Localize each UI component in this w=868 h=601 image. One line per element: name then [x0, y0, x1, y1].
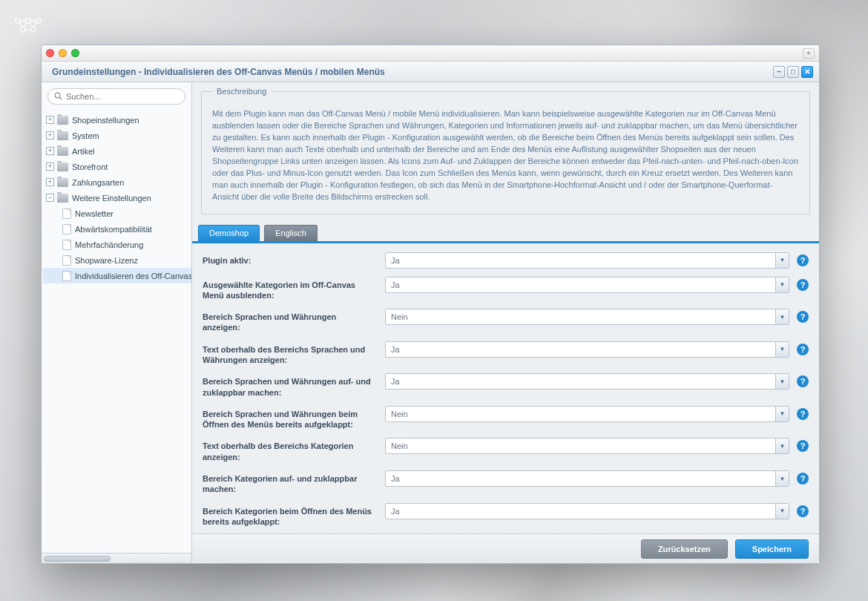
page-icon: [62, 240, 71, 250]
tree-folder-3[interactable]: +Storefront: [43, 159, 191, 174]
form-label: Bereich Sprachen und Währungen beim Öffn…: [203, 406, 385, 430]
svg-point-5: [55, 93, 60, 98]
chevron-down-icon[interactable]: ▼: [775, 309, 789, 324]
form-combo-7[interactable]: Ja▼: [385, 470, 789, 487]
tree-item-1[interactable]: Abwärtskompatibilität: [43, 221, 191, 237]
form-combo-2[interactable]: Nein▼: [385, 309, 789, 325]
save-button[interactable]: Speichern: [735, 539, 809, 559]
window-header: Grundeinstellungen - Individualisieren d…: [42, 62, 819, 82]
help-icon[interactable]: ?: [797, 279, 809, 291]
tree-item-0[interactable]: Newsletter: [43, 206, 191, 221]
combo-value: Ja: [386, 507, 400, 516]
form-label: Text oberhalb des Bereichs Sprachen und …: [203, 341, 385, 366]
help-icon[interactable]: ?: [797, 344, 809, 355]
window-minimize-button[interactable]: –: [773, 66, 785, 78]
form-label: Plugin aktiv:: [203, 252, 385, 266]
combo-value: Ja: [386, 256, 400, 265]
tree-label: Artikel: [72, 147, 95, 156]
traffic-minimize[interactable]: [59, 49, 67, 57]
traffic-close[interactable]: [46, 49, 54, 57]
folder-icon: [57, 116, 68, 125]
form-area: Plugin aktiv:Ja▼?Ausgewählte Kategorien …: [192, 243, 819, 534]
expand-icon[interactable]: +: [46, 162, 54, 171]
chevron-down-icon[interactable]: ▼: [775, 253, 789, 268]
reset-button[interactable]: Zurücksetzen: [641, 539, 728, 559]
shop-tabs: DemoshopEnglisch: [192, 220, 819, 243]
help-icon[interactable]: ?: [797, 408, 809, 420]
expand-icon[interactable]: +: [46, 147, 54, 155]
page-icon: [62, 255, 71, 266]
form-combo-4[interactable]: Ja▼: [385, 373, 789, 390]
form-label: Bereich Kategorien auf- und zuklappbar m…: [203, 470, 385, 495]
form-label: Text oberhalb des Bereichs Kategorien an…: [203, 438, 385, 462]
search-input-wrapper[interactable]: [47, 88, 185, 105]
form-row-1: Ausgewählte Kategorien im Off-Canvas Men…: [203, 277, 809, 301]
expand-icon[interactable]: +: [46, 131, 54, 139]
chevron-down-icon[interactable]: ▼: [775, 277, 789, 292]
tree-folder-1[interactable]: +System: [43, 128, 191, 143]
form-combo-3[interactable]: Ja▼: [385, 341, 789, 358]
form-row-3: Text oberhalb des Bereichs Sprachen und …: [203, 341, 809, 366]
combo-value: Nein: [386, 441, 408, 450]
expand-icon[interactable]: −: [46, 194, 54, 202]
tab-1[interactable]: Englisch: [264, 225, 318, 241]
form-row-5: Bereich Sprachen und Währungen beim Öffn…: [203, 406, 809, 430]
chevron-down-icon[interactable]: ▼: [775, 471, 789, 486]
form-row-0: Plugin aktiv:Ja▼?: [203, 252, 809, 269]
help-icon[interactable]: ?: [797, 311, 809, 323]
page-icon: [62, 271, 71, 281]
help-icon[interactable]: ?: [797, 473, 809, 485]
folder-icon: [57, 194, 68, 203]
tree-item-3[interactable]: Shopware-Lizenz: [43, 252, 191, 268]
combo-value: Ja: [386, 474, 400, 483]
tree-label: System: [72, 131, 99, 140]
form-combo-0[interactable]: Ja▼: [385, 252, 789, 269]
traffic-zoom[interactable]: [71, 49, 79, 57]
folder-icon: [57, 131, 68, 140]
tree-item-2[interactable]: Mehrfachänderung: [43, 237, 191, 252]
chevron-down-icon[interactable]: ▼: [775, 439, 789, 453]
help-icon[interactable]: ?: [797, 440, 809, 452]
form-row-7: Bereich Kategorien auf- und zuklappbar m…: [203, 470, 809, 495]
tree-folder-4[interactable]: +Zahlungsarten: [43, 174, 191, 190]
form-combo-8[interactable]: Ja▼: [385, 503, 789, 519]
tree-item-4[interactable]: Individualisieren des Off-Canvas Menüs /…: [43, 268, 191, 283]
help-icon[interactable]: ?: [797, 254, 809, 266]
folder-icon: [57, 178, 68, 187]
sidebar-scrollbar[interactable]: [42, 553, 191, 563]
description-legend: Beschreibung: [212, 86, 271, 98]
chevron-down-icon[interactable]: ▼: [775, 407, 789, 421]
form-combo-5[interactable]: Nein▼: [385, 406, 789, 422]
tree-folder-2[interactable]: +Artikel: [43, 143, 191, 159]
form-label: Ausgewählte Kategorien im Off-Canvas Men…: [203, 277, 385, 301]
svg-line-6: [59, 97, 62, 99]
expand-icon[interactable]: +: [46, 116, 54, 124]
tree-label: Shopeinstellungen: [72, 116, 139, 125]
svg-point-2: [36, 19, 41, 23]
tab-0[interactable]: Demoshop: [198, 225, 260, 241]
scrollbar-thumb[interactable]: [44, 556, 111, 562]
form-combo-6[interactable]: Nein▼: [385, 438, 789, 454]
window-maximize-button[interactable]: □: [787, 66, 799, 78]
tree-folder-weitere[interactable]: −Weitere Einstellungen: [43, 190, 191, 206]
search-input[interactable]: [66, 92, 179, 101]
form-row-4: Bereich Sprachen und Währungen auf- und …: [203, 373, 809, 398]
chevron-down-icon[interactable]: ▼: [775, 342, 789, 357]
combo-value: Ja: [386, 345, 400, 354]
help-icon[interactable]: ?: [797, 375, 809, 387]
chevron-down-icon[interactable]: ▼: [775, 504, 789, 519]
description-box: Beschreibung Mit dem Plugin kann man das…: [201, 91, 810, 214]
chevron-down-icon[interactable]: ▼: [775, 374, 789, 389]
description-text: Mit dem Plugin kann man das Off-Canvas M…: [212, 108, 799, 203]
tree-folder-0[interactable]: +Shopeinstellungen: [43, 112, 191, 128]
sidebar: +Shopeinstellungen+System+Artikel+Storef…: [42, 82, 192, 563]
titlebar-add-button[interactable]: +: [803, 48, 815, 59]
form-label: Bereich Sprachen und Währungen auf- und …: [203, 373, 385, 398]
help-icon[interactable]: ?: [797, 505, 809, 517]
settings-tree[interactable]: +Shopeinstellungen+System+Artikel+Storef…: [42, 111, 191, 553]
expand-icon[interactable]: +: [46, 178, 54, 186]
tree-label: Shopware-Lizenz: [75, 256, 138, 265]
form-combo-1[interactable]: Ja▼: [385, 277, 789, 293]
folder-icon: [57, 147, 68, 156]
window-close-button[interactable]: ✕: [801, 66, 813, 78]
